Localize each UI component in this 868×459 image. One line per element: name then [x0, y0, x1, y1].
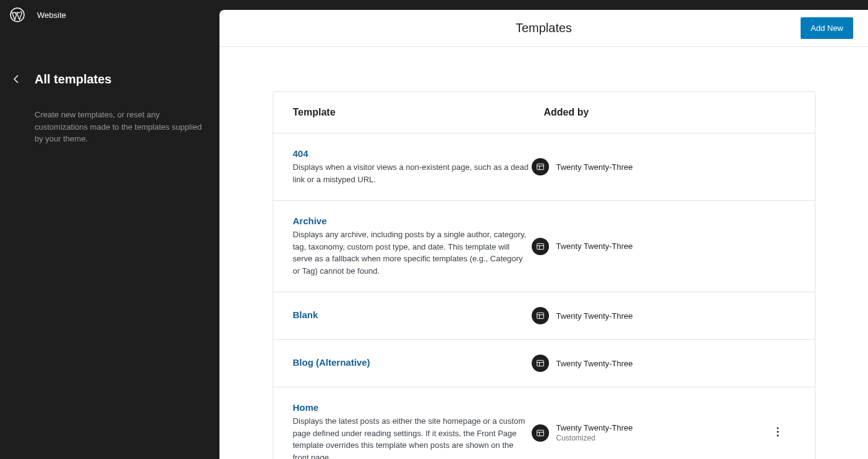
svg-rect-4: [537, 243, 543, 249]
svg-rect-10: [537, 360, 543, 366]
svg-point-18: [777, 435, 778, 437]
template-link[interactable]: Blog (Alternative): [293, 357, 370, 368]
table-header-row: Template Added by: [273, 92, 815, 133]
nav-description: Create new templates, or reset any custo…: [15, 109, 205, 145]
svg-rect-1: [537, 164, 543, 169]
template-link[interactable]: Home: [293, 402, 319, 413]
theme-name: Twenty Twenty-Three: [556, 242, 633, 251]
addedby-cell: Twenty Twenty-Three: [532, 238, 770, 255]
site-name[interactable]: Website: [37, 11, 66, 20]
add-new-button[interactable]: Add New: [801, 17, 853, 39]
svg-rect-7: [537, 313, 543, 318]
wordpress-logo-icon[interactable]: [10, 7, 25, 22]
more-actions-button[interactable]: [770, 426, 785, 440]
page-title: Templates: [516, 21, 572, 35]
nav-title-row: All templates: [15, 72, 205, 86]
template-link[interactable]: Blank: [293, 310, 318, 320]
theme-name: Twenty Twenty-Three: [556, 162, 633, 172]
templates-table: Template Added by 404Displays when a vis…: [273, 91, 815, 459]
layout-icon: [532, 158, 549, 175]
sidebar: Website All templates Create new templat…: [0, 0, 219, 459]
actions-cell: [770, 426, 795, 440]
main-panel: Templates Add New Template Added by 404D…: [219, 10, 868, 459]
template-description: Displays any archive, including posts by…: [293, 229, 532, 277]
template-link[interactable]: Archive: [293, 216, 327, 226]
svg-rect-13: [537, 430, 543, 436]
table-row: Blog (Alternative)Twenty Twenty-Three: [273, 340, 815, 387]
nav-section: All templates Create new templates, or r…: [0, 72, 219, 145]
content-scroll[interactable]: Template Added by 404Displays when a vis…: [219, 47, 868, 459]
template-link[interactable]: 404: [293, 148, 308, 159]
customized-label: Customized: [556, 434, 633, 442]
table-row: BlankTwenty Twenty-Three: [273, 292, 815, 340]
site-header: Website: [0, 0, 219, 30]
template-description: Displays the latest posts as either the …: [293, 415, 532, 459]
layout-icon: [532, 424, 549, 442]
table-row: HomeDisplays the latest posts as either …: [273, 387, 815, 459]
addedby-cell: Twenty Twenty-Three: [532, 158, 770, 175]
back-chevron-icon[interactable]: [12, 75, 20, 83]
layout-icon: [532, 355, 549, 372]
nav-title: All templates: [35, 72, 111, 86]
table-row: ArchiveDisplays any archive, including p…: [273, 201, 815, 292]
template-cell: Blank: [293, 310, 532, 322]
theme-name: Twenty Twenty-Three: [556, 359, 633, 368]
theme-name: Twenty Twenty-Three: [556, 311, 633, 321]
template-cell: Blog (Alternative): [293, 357, 532, 370]
template-cell: 404Displays when a visitor views a non-e…: [293, 148, 532, 185]
layout-icon: [532, 238, 549, 255]
addedby-cell: Twenty Twenty-Three: [532, 307, 770, 324]
layout-icon: [532, 307, 549, 324]
main-header: Templates Add New: [219, 10, 868, 47]
table-row: 404Displays when a visitor views a non-e…: [273, 133, 815, 201]
template-cell: ArchiveDisplays any archive, including p…: [293, 216, 532, 277]
addedby-cell: Twenty Twenty-Three: [532, 355, 770, 372]
template-cell: HomeDisplays the latest posts as either …: [293, 402, 532, 459]
column-header-template: Template: [293, 107, 544, 118]
template-description: Displays when a visitor views a non-exis…: [293, 161, 532, 185]
theme-name: Twenty Twenty-Three: [556, 423, 633, 432]
svg-point-17: [777, 431, 778, 433]
more-vertical-icon: [777, 427, 779, 439]
addedby-cell: Twenty Twenty-ThreeCustomized: [532, 423, 770, 442]
column-header-addedby: Added by: [544, 107, 795, 118]
svg-point-16: [777, 427, 778, 429]
